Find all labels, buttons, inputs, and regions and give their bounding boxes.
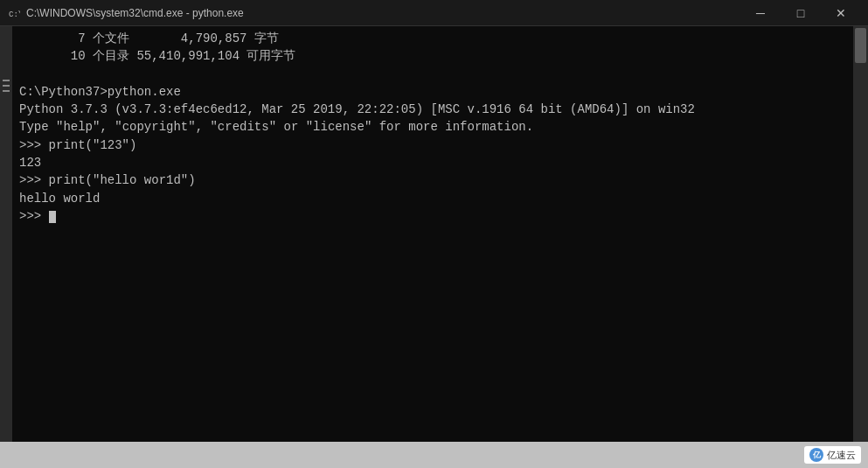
terminal-command-1: >>> print("123") (19, 136, 846, 154)
python-version-line: Python 3.7.3 (v3.7.3:ef4ec6ed12, Mar 25 … (19, 101, 846, 118)
python-help-line: Type "help", "copyright", "credits" or "… (19, 118, 846, 136)
terminal-line: 10 个目录 55,410,991,104 可用字节 (19, 47, 846, 65)
terminal-prompt: >>> (19, 207, 846, 225)
svg-text:C:\: C:\ (9, 10, 20, 19)
title-bar: C:\ C:\WINDOWS\system32\cmd.exe - python… (0, 0, 868, 26)
taskbar: 亿 亿速云 (0, 442, 868, 468)
close-button[interactable]: ✕ (821, 0, 861, 26)
terminal-output-1: 123 (19, 154, 846, 171)
terminal-line (19, 66, 846, 83)
window-title: C:\WINDOWS\system32\cmd.exe - python.exe (26, 7, 244, 19)
terminal-cursor (49, 211, 56, 223)
terminal-line: 7 个文件 4,790,857 字节 (19, 30, 846, 47)
brand-text: 亿速云 (827, 449, 856, 462)
cmd-icon: C:\ (7, 6, 21, 20)
left-sidebar (0, 26, 12, 442)
brand-icon: 亿 (809, 448, 823, 462)
terminal-line: C:\Python37>python.exe (19, 83, 846, 101)
sidebar-tick (3, 80, 10, 81)
scrollbar-thumb[interactable] (855, 28, 866, 63)
scrollbar[interactable] (853, 26, 868, 442)
terminal-area[interactable]: 7 个文件 4,790,857 字节 10 个目录 55,410,991,104… (12, 26, 853, 442)
terminal-output-2: hello world (19, 190, 846, 207)
sidebar-tick (3, 85, 10, 87)
maximize-button[interactable]: □ (781, 0, 821, 26)
terminal-command-2: >>> print("hello wor1d") (19, 171, 846, 189)
window-body: 7 个文件 4,790,857 字节 10 个目录 55,410,991,104… (0, 26, 868, 442)
sidebar-tick (3, 90, 10, 92)
minimize-button[interactable]: ─ (740, 0, 781, 26)
title-bar-left: C:\ C:\WINDOWS\system32\cmd.exe - python… (7, 6, 244, 20)
brand-watermark: 亿 亿速云 (804, 446, 861, 464)
window-controls: ─ □ ✕ (740, 0, 861, 26)
